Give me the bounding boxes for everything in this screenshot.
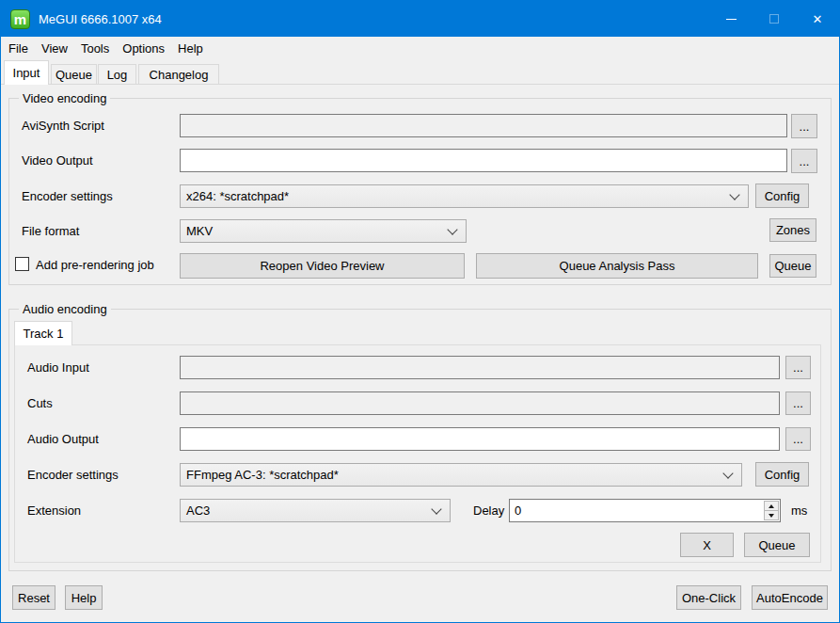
one-click-button[interactable]: One-Click <box>676 585 741 610</box>
video-encoding-group-label: Video encoding <box>19 90 110 106</box>
avisynth-script-label: AviSynth Script <box>22 119 104 134</box>
audio-input-browse-button[interactable]: ... <box>785 356 811 379</box>
audio-encoder-settings-value: FFmpeg AC-3: *scratchpad* <box>186 468 339 482</box>
file-format-label: File format <box>22 224 79 239</box>
chevron-down-icon <box>431 503 441 514</box>
video-queue-button[interactable]: Queue <box>769 254 816 278</box>
minimize-button[interactable] <box>709 1 753 37</box>
audio-output-browse-button[interactable]: ... <box>785 427 811 451</box>
audio-queue-button[interactable]: Queue <box>744 533 810 557</box>
audio-output-label: Audio Output <box>27 432 99 447</box>
avisynth-browse-button[interactable]: ... <box>791 114 817 138</box>
delay-spinner <box>764 501 779 520</box>
menu-file[interactable]: File <box>2 38 35 59</box>
megui-window: m MeGUI 6666.1007 x64 ✕ File View Tools … <box>0 0 840 623</box>
extension-value: AC3 <box>186 503 210 518</box>
arrow-down-icon <box>769 514 774 518</box>
video-encoder-settings-value: x264: *scratchpad* <box>186 189 289 203</box>
queue-analysis-pass-button[interactable]: Queue Analysis Pass <box>476 253 758 279</box>
video-output-browse-button[interactable]: ... <box>791 149 817 173</box>
extension-combo[interactable]: AC3 <box>180 499 451 522</box>
close-button[interactable]: ✕ <box>796 1 839 37</box>
prerender-checkbox[interactable] <box>15 257 29 271</box>
delay-spin-down-button[interactable] <box>765 510 778 519</box>
delay-spin-up-button[interactable] <box>765 502 778 510</box>
audio-config-button[interactable]: Config <box>755 462 809 487</box>
menu-help[interactable]: Help <box>171 38 210 59</box>
audio-encoder-settings-label: Encoder settings <box>27 468 119 483</box>
prerender-checkbox-label[interactable]: Add pre-rendering job <box>36 258 154 273</box>
caption-buttons: ✕ <box>709 1 839 37</box>
reset-button[interactable]: Reset <box>12 585 55 610</box>
video-output-input[interactable] <box>180 149 787 172</box>
tab-changelog[interactable]: Changelog <box>138 64 219 84</box>
tab-queue[interactable]: Queue <box>51 64 97 84</box>
cuts-input[interactable] <box>180 391 780 415</box>
app-icon-letter: m <box>14 12 26 26</box>
video-output-label: Video Output <box>22 153 93 168</box>
audio-remove-track-button[interactable]: X <box>680 533 734 557</box>
tabstrip-baseline <box>1 84 839 85</box>
chevron-down-icon <box>447 224 457 234</box>
audio-output-input[interactable] <box>180 427 780 451</box>
delay-unit-label: ms <box>791 503 807 519</box>
tab-log[interactable]: Log <box>98 64 136 84</box>
video-encoder-settings-label: Encoder settings <box>22 189 113 204</box>
arrow-up-icon <box>769 504 774 508</box>
window-title: MeGUI 6666.1007 x64 <box>39 12 162 26</box>
menu-options[interactable]: Options <box>116 38 171 59</box>
audio-encoding-group-label: Audio encoding <box>19 301 111 317</box>
chevron-down-icon <box>729 189 739 200</box>
file-format-combo[interactable]: MKV <box>180 219 467 243</box>
maximize-button[interactable] <box>753 1 796 37</box>
maximize-icon <box>769 14 779 24</box>
delay-spinbox <box>509 499 781 522</box>
close-icon: ✕ <box>813 13 823 25</box>
cuts-browse-button[interactable]: ... <box>785 391 811 415</box>
cuts-label: Cuts <box>27 396 53 411</box>
titlebar: m MeGUI 6666.1007 x64 ✕ <box>1 1 839 37</box>
audio-input-label: Audio Input <box>27 360 89 375</box>
reopen-video-preview-button[interactable]: Reopen Video Preview <box>180 253 465 279</box>
chevron-down-icon <box>722 468 733 478</box>
tab-track-1[interactable]: Track 1 <box>14 321 72 345</box>
menubar: File View Tools Options Help <box>1 37 839 60</box>
audio-encoder-settings-combo[interactable]: FFmpeg AC-3: *scratchpad* <box>180 463 742 487</box>
avisynth-script-input[interactable] <box>180 114 787 137</box>
video-encoder-settings-combo[interactable]: x264: *scratchpad* <box>180 184 749 208</box>
menu-view[interactable]: View <box>35 38 74 59</box>
help-button[interactable]: Help <box>65 585 103 610</box>
delay-label: Delay <box>473 503 504 519</box>
audio-input-input[interactable] <box>180 356 780 379</box>
video-config-button[interactable]: Config <box>755 184 809 208</box>
minimize-icon <box>726 19 737 20</box>
menu-tools[interactable]: Tools <box>74 38 116 59</box>
zones-button[interactable]: Zones <box>769 218 816 242</box>
autoencode-button[interactable]: AutoEncode <box>752 585 828 610</box>
file-format-value: MKV <box>186 224 213 238</box>
delay-input[interactable] <box>510 500 762 521</box>
tab-input[interactable]: Input <box>4 60 49 85</box>
app-icon: m <box>10 9 30 29</box>
extension-label: Extension <box>27 503 81 519</box>
